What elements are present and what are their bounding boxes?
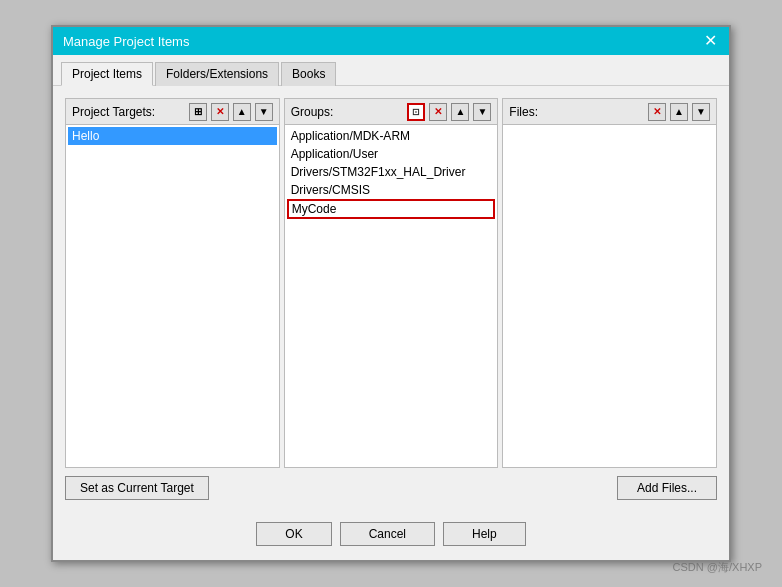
- delete-target-icon: ✕: [216, 106, 224, 117]
- new-group-button[interactable]: ⊡: [407, 103, 425, 121]
- move-file-up-icon: ▲: [674, 106, 684, 117]
- cancel-button[interactable]: Cancel: [340, 522, 435, 546]
- target-item-hello[interactable]: Hello: [68, 127, 277, 145]
- move-file-down-button[interactable]: ▼: [692, 103, 710, 121]
- move-file-down-icon: ▼: [696, 106, 706, 117]
- bottom-buttons: Set as Current Target Add Files...: [65, 476, 717, 500]
- tab-project-items[interactable]: Project Items: [61, 62, 153, 86]
- move-target-down-button[interactable]: ▼: [255, 103, 273, 121]
- delete-file-button[interactable]: ✕: [648, 103, 666, 121]
- dialog: Manage Project Items ✕ Project Items Fol…: [51, 25, 731, 562]
- tab-folders-extensions[interactable]: Folders/Extensions: [155, 62, 279, 86]
- delete-group-icon: ✕: [434, 106, 442, 117]
- tab-books[interactable]: Books: [281, 62, 336, 86]
- groups-header: Groups: ⊡ ✕ ▲ ▼: [285, 99, 498, 125]
- move-group-down-button[interactable]: ▼: [473, 103, 491, 121]
- group-name-input[interactable]: [287, 199, 496, 219]
- move-group-down-icon: ▼: [477, 106, 487, 117]
- group-item-hal-driver[interactable]: Drivers/STM32F1xx_HAL_Driver: [287, 163, 496, 181]
- group-item-cmsis[interactable]: Drivers/CMSIS: [287, 181, 496, 199]
- dialog-title: Manage Project Items: [63, 34, 189, 49]
- files-header: Files: ✕ ▲ ▼: [503, 99, 716, 125]
- group-item-app-user[interactable]: Application/User: [287, 145, 496, 163]
- new-group-icon: ⊡: [412, 107, 420, 117]
- add-files-button[interactable]: Add Files...: [617, 476, 717, 500]
- project-targets-label: Project Targets:: [72, 105, 185, 119]
- set-as-current-target-button[interactable]: Set as Current Target: [65, 476, 209, 500]
- groups-label: Groups:: [291, 105, 404, 119]
- move-group-up-button[interactable]: ▲: [451, 103, 469, 121]
- new-target-icon: ⊞: [194, 106, 202, 117]
- new-target-button[interactable]: ⊞: [189, 103, 207, 121]
- ok-button[interactable]: OK: [256, 522, 331, 546]
- help-button[interactable]: Help: [443, 522, 526, 546]
- move-target-up-button[interactable]: ▲: [233, 103, 251, 121]
- tabs-bar: Project Items Folders/Extensions Books: [53, 55, 729, 86]
- files-column: Files: ✕ ▲ ▼: [502, 98, 717, 468]
- content-area: Project Targets: ⊞ ✕ ▲ ▼ Hello: [53, 86, 729, 512]
- down-arrow-icon: ▼: [259, 106, 269, 117]
- move-group-up-icon: ▲: [455, 106, 465, 117]
- project-targets-column: Project Targets: ⊞ ✕ ▲ ▼ Hello: [65, 98, 280, 468]
- watermark: CSDN @海/XHXP: [673, 560, 762, 575]
- close-button[interactable]: ✕: [702, 33, 719, 49]
- project-targets-list: Hello: [66, 125, 279, 467]
- delete-target-button[interactable]: ✕: [211, 103, 229, 121]
- delete-group-button[interactable]: ✕: [429, 103, 447, 121]
- columns-area: Project Targets: ⊞ ✕ ▲ ▼ Hello: [65, 98, 717, 468]
- project-targets-header: Project Targets: ⊞ ✕ ▲ ▼: [66, 99, 279, 125]
- footer-buttons: OK Cancel Help: [53, 512, 729, 560]
- move-file-up-button[interactable]: ▲: [670, 103, 688, 121]
- up-arrow-icon: ▲: [237, 106, 247, 117]
- group-item-mycode[interactable]: [287, 199, 496, 219]
- files-label: Files:: [509, 105, 644, 119]
- group-item-mdk-arm[interactable]: Application/MDK-ARM: [287, 127, 496, 145]
- groups-list: Application/MDK-ARM Application/User Dri…: [285, 125, 498, 467]
- groups-column: Groups: ⊡ ✕ ▲ ▼ Application/MDK-ARM: [284, 98, 499, 468]
- delete-file-icon: ✕: [653, 106, 661, 117]
- files-list: [503, 125, 716, 467]
- title-bar: Manage Project Items ✕: [53, 27, 729, 55]
